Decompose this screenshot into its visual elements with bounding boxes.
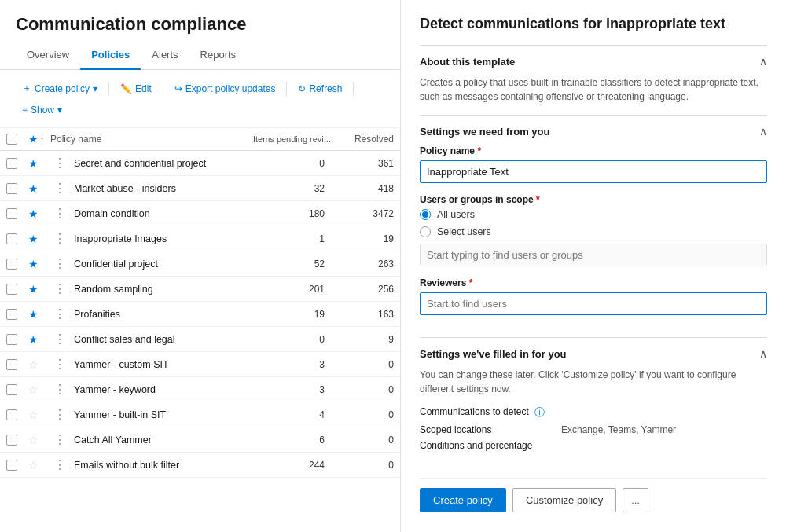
table-row[interactable]: ☆ ⋮ Yammer - custom SIT 3 0 <box>0 352 400 377</box>
conditions-label: Conditions and percentage <box>420 440 561 451</box>
tab-alerts[interactable]: Alerts <box>141 41 189 70</box>
row-checkbox[interactable] <box>6 284 28 295</box>
items-pending-cell: 3 <box>229 384 331 395</box>
table-row[interactable]: ☆ ⋮ Emails without bulk filter 244 0 <box>0 453 400 478</box>
row-checkbox[interactable] <box>6 435 28 446</box>
all-users-radio-circle[interactable] <box>420 209 431 220</box>
row-star[interactable]: ★ <box>28 258 50 270</box>
star-empty-icon[interactable]: ☆ <box>28 459 39 471</box>
row-more-icon[interactable]: ⋮ <box>50 231 69 246</box>
policy-name-cell: Market abuse - insiders <box>74 183 176 194</box>
row-more-icon[interactable]: ⋮ <box>50 332 69 347</box>
table-row[interactable]: ★ ⋮ Random sampling 201 256 <box>0 277 400 302</box>
info-icon[interactable]: ⓘ <box>534 406 545 418</box>
star-filled-icon[interactable]: ★ <box>28 283 39 295</box>
row-more-icon[interactable]: ⋮ <box>50 256 69 271</box>
row-more-icon[interactable]: ⋮ <box>50 181 69 196</box>
table-row[interactable]: ☆ ⋮ Yammer - built-in SIT 4 0 <box>0 402 400 427</box>
nav-tabs: Overview Policies Alerts Reports <box>0 41 400 70</box>
row-checkbox[interactable] <box>6 384 28 395</box>
row-checkbox[interactable] <box>6 409 28 420</box>
policy-name-cell: Secret and confidential project <box>74 158 206 169</box>
refresh-button[interactable]: ↻ Refresh <box>292 79 348 98</box>
row-checkbox[interactable] <box>6 259 28 270</box>
star-filled-icon[interactable]: ★ <box>28 207 39 220</box>
row-more-icon[interactable]: ⋮ <box>50 357 69 372</box>
row-star[interactable]: ★ <box>28 207 50 220</box>
more-options-button[interactable]: ... <box>623 488 648 512</box>
filled-section-header[interactable]: Settings we've filled in for you ∧ <box>420 338 767 368</box>
row-star[interactable]: ★ <box>28 182 50 195</box>
select-all-checkbox[interactable] <box>6 134 28 145</box>
items-pending-cell: 0 <box>229 334 331 345</box>
select-users-radio-circle[interactable] <box>420 226 431 237</box>
table-row[interactable]: ★ ⋮ Domain condition 180 3472 <box>0 201 400 226</box>
settings-section-header[interactable]: Settings we need from you ∧ <box>420 116 767 145</box>
tab-policies[interactable]: Policies <box>80 41 141 70</box>
row-checkbox[interactable] <box>6 208 28 219</box>
about-section-header[interactable]: About this template ∧ <box>420 46 767 75</box>
users-search-input[interactable] <box>420 244 767 266</box>
row-more-icon[interactable]: ⋮ <box>50 457 69 472</box>
table-row[interactable]: ★ ⋮ Inappropriate Images 1 19 <box>0 226 400 251</box>
row-checkbox[interactable] <box>6 183 28 194</box>
policy-name-header[interactable]: Policy name <box>50 134 229 145</box>
row-star[interactable]: ☆ <box>28 409 50 421</box>
star-filled-icon[interactable]: ★ <box>28 258 39 270</box>
row-star[interactable]: ★ <box>28 333 50 346</box>
table-row[interactable]: ★ ⋮ Profanities 19 163 <box>0 302 400 327</box>
row-more-icon[interactable]: ⋮ <box>50 306 69 321</box>
star-filled-icon[interactable]: ★ <box>28 308 39 321</box>
all-users-radio[interactable]: All users <box>420 209 767 220</box>
row-checkbox[interactable] <box>6 460 28 471</box>
select-users-radio[interactable]: Select users <box>420 226 767 237</box>
star-filled-icon[interactable]: ★ <box>28 182 39 195</box>
row-checkbox[interactable] <box>6 158 28 169</box>
row-more-icon[interactable]: ⋮ <box>50 206 69 221</box>
filled-section-content: You can change these later. Click 'Custo… <box>420 368 767 467</box>
row-checkbox[interactable] <box>6 309 28 320</box>
table-row[interactable]: ★ ⋮ Secret and confidential project 0 36… <box>0 151 400 176</box>
star-empty-icon[interactable]: ☆ <box>28 383 39 396</box>
star-filled-icon[interactable]: ★ <box>28 233 39 245</box>
star-filled-icon[interactable]: ★ <box>28 157 39 170</box>
star-empty-icon[interactable]: ☆ <box>28 358 39 371</box>
row-more-icon[interactable]: ⋮ <box>50 156 69 171</box>
policy-name-input[interactable] <box>420 160 767 183</box>
star-sort-header[interactable]: ★ ↑ <box>28 133 50 145</box>
create-policy-submit-button[interactable]: Create policy <box>420 488 506 512</box>
row-checkbox[interactable] <box>6 334 28 345</box>
star-empty-icon[interactable]: ☆ <box>28 409 39 421</box>
row-more-icon[interactable]: ⋮ <box>50 407 69 422</box>
table-row[interactable]: ★ ⋮ Conflict sales and legal 0 9 <box>0 327 400 352</box>
row-star[interactable]: ★ <box>28 157 50 170</box>
row-more-icon[interactable]: ⋮ <box>50 382 69 397</box>
create-policy-button[interactable]: ＋ Create policy ▾ <box>16 78 104 99</box>
reviewers-input[interactable] <box>420 292 767 315</box>
row-more-icon[interactable]: ⋮ <box>50 281 69 296</box>
table-row[interactable]: ☆ ⋮ Catch All Yammer 6 0 <box>0 427 400 453</box>
policy-name-cell: Random sampling <box>74 284 153 295</box>
row-star[interactable]: ★ <box>28 283 50 295</box>
table-row[interactable]: ★ ⋮ Market abuse - insiders 32 418 <box>0 176 400 201</box>
row-checkbox[interactable] <box>6 233 28 244</box>
star-empty-icon[interactable]: ☆ <box>28 434 39 446</box>
row-star[interactable]: ☆ <box>28 459 50 471</box>
edit-button[interactable]: ✏️ Edit <box>114 79 158 98</box>
row-more-icon[interactable]: ⋮ <box>50 432 69 447</box>
row-star[interactable]: ☆ <box>28 434 50 446</box>
row-star[interactable]: ☆ <box>28 358 50 371</box>
tab-overview[interactable]: Overview <box>16 41 80 70</box>
resolved-header: Resolved <box>331 134 394 145</box>
star-filled-icon[interactable]: ★ <box>28 333 39 346</box>
row-checkbox[interactable] <box>6 359 28 370</box>
table-row[interactable]: ★ ⋮ Confidential project 52 263 <box>0 251 400 277</box>
tab-reports[interactable]: Reports <box>189 41 248 70</box>
show-button[interactable]: ≡ Show ▾ <box>16 101 68 119</box>
customize-policy-button[interactable]: Customize policy <box>512 488 616 512</box>
row-star[interactable]: ☆ <box>28 383 50 396</box>
table-row[interactable]: ☆ ⋮ Yammer - keyword 3 0 <box>0 377 400 402</box>
export-button[interactable]: ↪ Export policy updates <box>168 79 282 98</box>
row-star[interactable]: ★ <box>28 308 50 321</box>
row-star[interactable]: ★ <box>28 233 50 245</box>
